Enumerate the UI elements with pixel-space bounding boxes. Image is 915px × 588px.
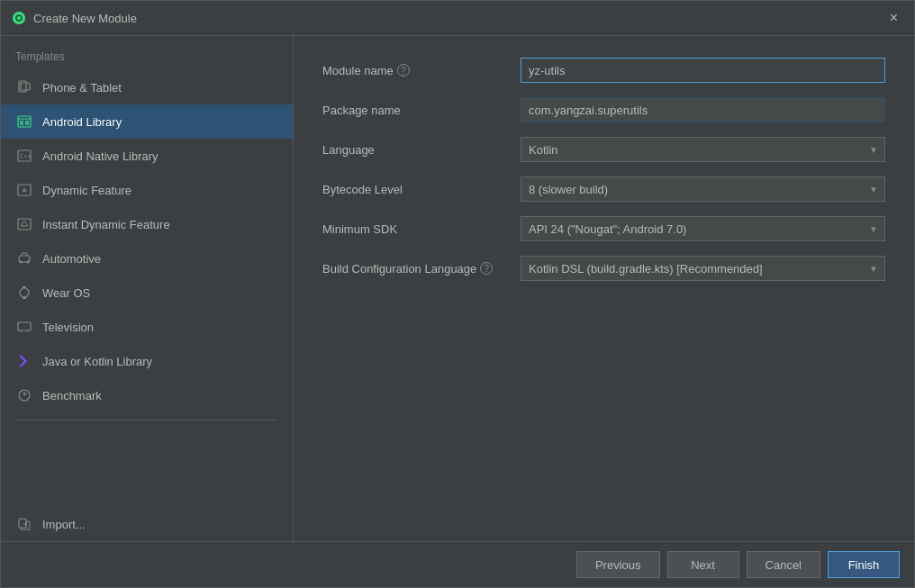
build-config-lang-select-wrap: Kotlin DSL (build.gradle.kts) [Recommend… [521,256,885,281]
phone-tablet-icon [15,78,33,96]
language-row: Language Kotlin Java ▼ [322,137,885,162]
bytecode-level-select[interactable]: 8 (slower build) 7 11 [521,176,885,202]
minimum-sdk-label: Minimum SDK [322,222,521,236]
sidebar-item-benchmark[interactable]: Benchmark [1,378,293,412]
sidebar-item-instant-dynamic-label: Instant Dynamic Feature [42,218,170,231]
import-icon [15,515,33,533]
svg-marker-24 [19,356,27,366]
bytecode-level-row: Bytecode Level 8 (slower build) 7 11 ▼ [322,176,885,202]
module-name-help-icon[interactable]: ? [397,64,410,77]
svg-text:C++: C++ [20,153,32,160]
svg-marker-14 [21,221,28,226]
package-name-input[interactable] [521,97,885,122]
minimum-sdk-select-wrap: API 24 ("Nougat"; Android 7.0) API 21 AP… [521,216,885,241]
bytecode-level-label: Bytecode Level [322,183,521,196]
templates-section-label: Templates [1,36,293,70]
sidebar-divider [15,420,278,421]
finish-button[interactable]: Finish [828,551,900,578]
sidebar-item-android-library[interactable]: Android Library [1,104,293,139]
sidebar-item-android-native-label: Android Native Library [42,149,159,163]
sidebar-item-television[interactable]: Television [1,310,293,344]
minimum-sdk-select[interactable]: API 24 ("Nougat"; Android 7.0) API 21 AP… [521,216,885,241]
sidebar-item-automotive[interactable]: Automotive [1,241,293,276]
svg-point-2 [17,16,21,20]
java-kotlin-icon [15,352,33,370]
sidebar-item-phone-tablet[interactable]: Phone & Tablet [1,70,293,104]
svg-point-16 [20,261,23,264]
package-name-label: Package name [322,104,521,117]
build-config-lang-help-icon[interactable]: ? [480,262,493,275]
sidebar-item-wear-os[interactable]: Wear OS [1,276,293,310]
close-button[interactable]: × [884,8,903,28]
build-config-lang-label: Build Configuration Language ? [322,262,521,276]
language-select-wrap: Kotlin Java ▼ [521,137,885,162]
bytecode-level-select-wrap: 8 (slower build) 7 11 ▼ [521,176,885,202]
build-config-lang-row: Build Configuration Language ? Kotlin DS… [322,256,885,281]
svg-rect-26 [19,519,26,528]
dialog-footer: Previous Next Cancel Finish [1,541,914,587]
cancel-button[interactable]: Cancel [747,551,820,578]
main-form: Module name ? Package name Language [294,36,914,541]
sidebar-item-dynamic-feature[interactable]: Dynamic Feature [1,173,293,207]
automotive-icon [15,249,33,267]
sidebar-item-android-native[interactable]: C++ Android Native Library [1,139,293,173]
android-native-icon: C++ [15,147,33,165]
dialog: Create New Module × Templates Phone & Ta… [0,0,915,588]
sidebar-item-android-library-label: Android Library [42,115,122,129]
app-icon [12,11,26,25]
svg-rect-7 [20,121,23,125]
next-button[interactable]: Next [667,551,739,578]
module-name-label: Module name ? [322,64,521,77]
svg-rect-4 [21,83,30,90]
wear-os-icon [15,284,33,302]
sidebar-item-benchmark-label: Benchmark [42,389,102,403]
benchmark-icon [15,386,33,404]
module-name-input[interactable] [521,58,885,83]
dialog-title: Create New Module [33,12,884,25]
sidebar-item-instant-dynamic[interactable]: Instant Dynamic Feature [1,207,293,241]
instant-dynamic-icon [15,215,33,233]
language-label: Language [322,143,521,157]
language-select[interactable]: Kotlin Java [521,137,885,162]
sidebar-item-dynamic-feature-label: Dynamic Feature [42,184,131,197]
svg-rect-21 [18,322,31,330]
build-config-lang-select[interactable]: Kotlin DSL (build.gradle.kts) [Recommend… [521,256,885,281]
sidebar-item-phone-tablet-label: Phone & Tablet [42,81,122,95]
minimum-sdk-row: Minimum SDK API 24 ("Nougat"; Android 7.… [322,216,885,241]
previous-button[interactable]: Previous [576,551,660,578]
sidebar-import[interactable]: Import... [1,507,293,541]
television-icon [15,318,33,336]
svg-point-18 [20,288,29,297]
dynamic-feature-icon [15,181,33,199]
svg-point-17 [27,261,30,264]
android-library-icon [15,113,33,131]
package-name-row: Package name [322,97,885,122]
sidebar-item-automotive-label: Automotive [42,252,101,266]
sidebar-item-wear-os-label: Wear OS [42,286,90,300]
sidebar-import-label: Import... [42,518,86,531]
svg-rect-8 [25,121,29,125]
sidebar-item-television-label: Television [42,321,94,334]
sidebar: Templates Phone & Tablet [1,36,294,541]
sidebar-item-java-kotlin[interactable]: Java or Kotlin Library [1,344,293,378]
svg-rect-20 [23,297,26,299]
module-name-row: Module name ? [322,58,885,83]
sidebar-item-java-kotlin-label: Java or Kotlin Library [42,355,152,368]
svg-marker-12 [22,187,27,192]
title-bar: Create New Module × [1,1,914,36]
dialog-content: Templates Phone & Tablet [1,36,914,541]
svg-rect-19 [23,286,26,288]
